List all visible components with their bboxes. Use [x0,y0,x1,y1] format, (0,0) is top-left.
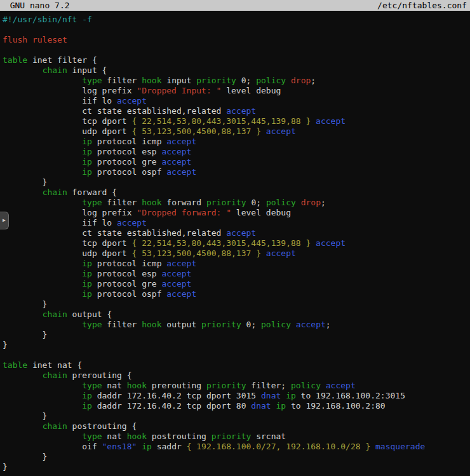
code-line: } [3,177,470,187]
code-line [3,350,470,360]
code-line: ip daddr 172.16.40.2 tcp dport 3015 dnat… [3,391,470,401]
code-line: ip protocol ospf accept [3,167,470,177]
code-line: ip protocol icmp accept [3,137,470,147]
code-line [3,45,470,55]
code-line: udp dport { 53,123,500,4500,88,137 } acc… [3,248,470,259]
code-line: oif "ens18" ip saddr { 192.168.100.0/27,… [3,442,470,452]
code-line: ip daddr 172.16.40.2 tcp dport 80 dnat i… [3,401,470,411]
code-line: } [3,299,470,309]
code-line: ip protocol esp accept [3,269,470,279]
code-line: type nat hook postrouting priority srcna… [3,432,470,442]
code-line: type nat hook prerouting priority filter… [3,381,470,391]
nano-titlebar: GNU nano 7.2 /etc/nftables.conf [0,0,470,11]
code-line: ct state established,related accept [3,228,470,238]
editor-buffer[interactable]: #!/usr/sbin/nft -f flush ruleset table i… [0,11,470,472]
code-line: table inet nat { [3,360,470,371]
chevron-right-icon: ▶ [3,215,6,226]
code-line: ip protocol ospf accept [3,289,470,299]
code-line: #!/usr/sbin/nft -f [3,15,470,25]
code-line: chain input { [3,65,470,76]
code-line: type filter hook output priority 0; poli… [3,320,470,330]
code-line: ip protocol gre accept [3,279,470,289]
code-line: ct state established,related accept [3,106,470,116]
code-line: log prefix "Dropped forward: " level deb… [3,208,470,218]
code-line: ip protocol gre accept [3,157,470,167]
nano-version-label: GNU nano 7.2 [0,1,70,11]
code-line: type filter hook forward priority 0; pol… [3,198,470,208]
code-line [3,25,470,35]
code-line: tcp dport { 22,514,53,80,443,3015,445,13… [3,238,470,248]
open-file-path: /etc/nftables.conf [377,1,467,11]
code-line: } [3,340,470,350]
code-line: tcp dport { 22,514,53,80,443,3015,445,13… [3,116,470,126]
code-line: udp dport { 53,123,500,4500,88,137 } acc… [3,126,470,137]
code-line: } [3,452,470,462]
code-line: chain forward { [3,187,470,198]
code-line: iif lo accept [3,218,470,228]
code-line: log prefix "Dropped Input: " level debug [3,86,470,96]
code-line: } [3,411,470,421]
code-line: table inet filter { [3,55,470,65]
code-line: iif lo accept [3,96,470,106]
code-line: ip protocol icmp accept [3,259,470,269]
code-line: type filter hook input priority 0; polic… [3,76,470,86]
side-panel-handle[interactable]: ▶ [0,212,9,229]
code-line: chain postrouting { [3,421,470,432]
code-line: } [3,330,470,340]
code-line: flush ruleset [3,35,470,45]
code-line: chain output { [3,309,470,320]
code-line: } [3,462,470,472]
code-line: ip protocol esp accept [3,147,470,157]
code-line: chain prerouting { [3,371,470,381]
